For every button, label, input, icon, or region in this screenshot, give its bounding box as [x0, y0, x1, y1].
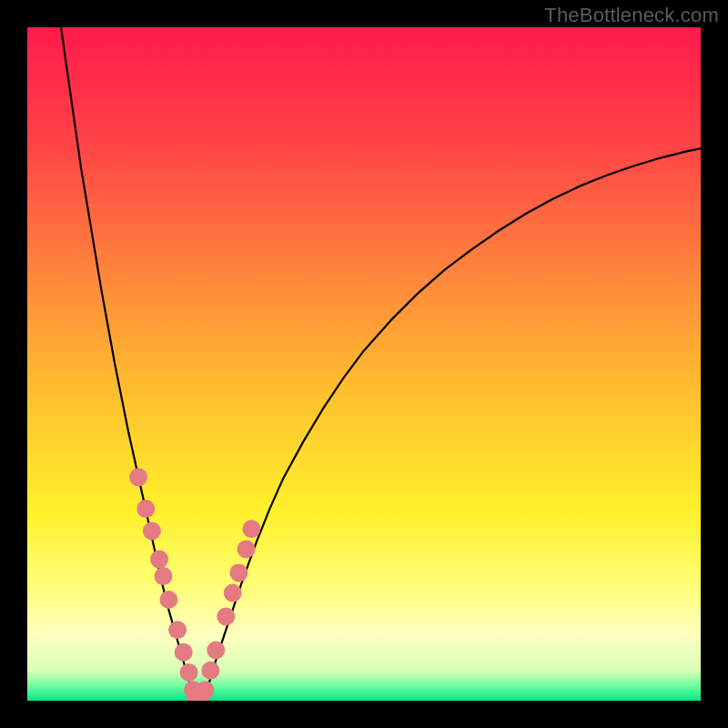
chart-svg	[27, 27, 701, 701]
data-point	[238, 541, 256, 559]
data-point	[143, 522, 161, 541]
data-point	[201, 662, 219, 680]
watermark-text: TheBottleneck.com	[544, 4, 719, 27]
data-point	[175, 643, 193, 662]
data-point	[242, 520, 260, 538]
data-point	[159, 591, 177, 609]
data-point	[154, 567, 172, 585]
plot-area	[27, 27, 701, 701]
data-point	[180, 663, 198, 682]
data-point	[129, 468, 147, 486]
data-point	[168, 621, 187, 639]
data-point	[136, 500, 155, 518]
data-point	[217, 608, 235, 626]
data-point	[150, 551, 168, 569]
chart-frame: TheBottleneck.com	[0, 0, 728, 728]
data-point	[224, 584, 242, 602]
data-point	[229, 563, 248, 581]
data-point	[207, 642, 225, 660]
gradient-background	[27, 27, 701, 701]
